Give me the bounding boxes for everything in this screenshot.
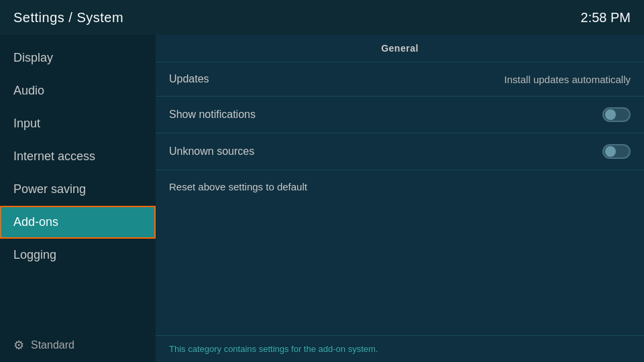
settings-level-label: Standard xyxy=(31,339,74,351)
sidebar-item-power-saving[interactable]: Power saving xyxy=(0,173,156,206)
setting-row-updates[interactable]: Updates Install updates automatically xyxy=(156,62,644,96)
sidebar-item-audio[interactable]: Audio xyxy=(0,74,156,107)
sidebar-footer: ⚙ Standard xyxy=(0,328,156,362)
setting-row-show-notifications[interactable]: Show notifications xyxy=(156,96,644,133)
updates-value: Install updates automatically xyxy=(504,74,631,85)
content-inner: General Updates Install updates automati… xyxy=(156,35,644,335)
page-title: Settings / System xyxy=(13,10,123,25)
sidebar-item-display[interactable]: Display xyxy=(0,42,156,74)
content-panel: General Updates Install updates automati… xyxy=(156,35,644,362)
unknown-sources-toggle[interactable] xyxy=(602,144,631,159)
main-area: Display Audio Input Internet access Powe… xyxy=(0,35,644,362)
sidebar-item-add-ons[interactable]: Add-ons xyxy=(0,206,156,239)
sidebar-item-logging[interactable]: Logging xyxy=(0,239,156,272)
section-header: General xyxy=(156,35,644,62)
unknown-sources-label: Unknown sources xyxy=(169,145,254,158)
gear-icon: ⚙ xyxy=(13,338,24,353)
sidebar-item-internet-access[interactable]: Internet access xyxy=(0,140,156,173)
setting-row-unknown-sources[interactable]: Unknown sources xyxy=(156,133,644,170)
sidebar-item-input[interactable]: Input xyxy=(0,107,156,140)
clock: 2:58 PM xyxy=(581,10,631,25)
show-notifications-toggle[interactable] xyxy=(602,107,631,122)
updates-label: Updates xyxy=(169,73,209,85)
header: Settings / System 2:58 PM xyxy=(0,0,644,35)
content-footer: This category contains settings for the … xyxy=(156,335,644,362)
setting-row-reset[interactable]: Reset above settings to default xyxy=(156,170,644,203)
show-notifications-label: Show notifications xyxy=(169,109,256,121)
reset-label: Reset above settings to default xyxy=(169,181,307,192)
footer-description: This category contains settings for the … xyxy=(169,344,378,354)
sidebar: Display Audio Input Internet access Powe… xyxy=(0,35,156,362)
